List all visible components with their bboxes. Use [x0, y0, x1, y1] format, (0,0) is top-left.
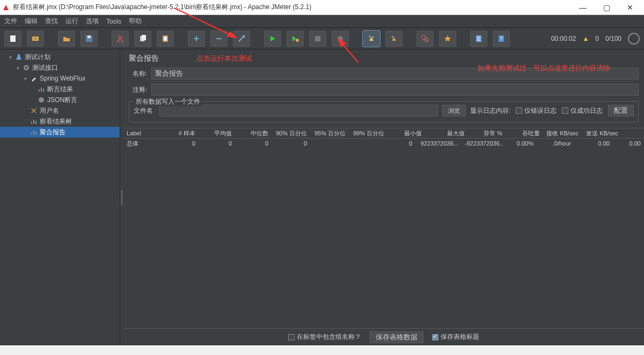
svg-rect-38: [31, 132, 32, 135]
menu-options[interactable]: 选项: [86, 17, 99, 26]
tree-user-vars[interactable]: 用户名: [0, 105, 120, 116]
warning-icon[interactable]: ▲: [582, 35, 589, 42]
svg-point-30: [25, 67, 27, 69]
thread-count: 0/100: [605, 35, 621, 42]
chart-icon: [30, 128, 38, 136]
search-button[interactable]: [416, 31, 434, 47]
function-helper-button[interactable]: [470, 31, 487, 47]
svg-point-2: [34, 38, 36, 40]
svg-rect-40: [35, 132, 36, 135]
footer-bar: 在标签中包含组名称？ 保存表格数据 保存表格标题: [123, 328, 644, 345]
tree-json-assertion[interactable]: JSON断言: [0, 95, 120, 105]
browse-button[interactable]: 浏览: [442, 105, 466, 117]
clear-button[interactable]: [363, 31, 380, 47]
os-statusbar: [0, 345, 644, 355]
svg-rect-36: [33, 120, 34, 124]
svg-rect-35: [31, 121, 32, 124]
svg-rect-31: [39, 89, 40, 92]
jmeter-icon: [2, 4, 10, 11]
table-header: Label # 样本 平均值 中位数 90% 百分位 95% 百分位 99% 百…: [123, 128, 644, 139]
svg-point-18: [372, 37, 374, 38]
start-no-pause-button[interactable]: [287, 31, 304, 47]
svg-rect-8: [142, 35, 146, 40]
window-title: 察看结果树.jmx (D:\Program Files\Java\apache-…: [13, 3, 571, 12]
file-group: 所有数据写入一个文件 文件名 浏览 显示日志内容: 仅错误日志 仅成功日志 配置: [129, 101, 639, 122]
expand-button[interactable]: [188, 31, 205, 47]
tree-thread-group[interactable]: ▾测试接口: [0, 62, 120, 73]
file-group-legend: 所有数据写入一个文件: [134, 97, 202, 106]
menu-edit[interactable]: 编辑: [25, 17, 38, 26]
svg-point-19: [392, 36, 393, 37]
menu-tools[interactable]: Tools: [106, 18, 121, 25]
annotation-clear: 如果先前测试过，可以点这里进行内容清除: [478, 63, 610, 73]
only-success-checkbox[interactable]: 仅成功日志: [562, 106, 603, 115]
tree-sampler[interactable]: ▾Spring WebFlux: [0, 73, 120, 84]
main-panel: 聚合报告 点击运行本次测试 如果先前测试过，可以点这里进行内容清除 名称: 注释…: [123, 49, 644, 345]
window-maximize-button[interactable]: ▢: [595, 1, 618, 15]
window-close-button[interactable]: ✕: [618, 1, 642, 15]
svg-rect-32: [41, 88, 42, 92]
tree-aggregate-report[interactable]: 聚合报告: [0, 127, 120, 137]
panel-title: 聚合报告: [129, 54, 159, 63]
elapsed-time: 00:00:02: [551, 35, 576, 42]
toolbar: ? 00:00:02 ▲ 0 0/100: [0, 28, 644, 49]
start-button[interactable]: [264, 31, 281, 47]
svg-point-14: [296, 39, 299, 42]
comment-label: 注释:: [129, 85, 147, 95]
svg-rect-33: [43, 89, 44, 92]
assert-icon: [38, 96, 45, 104]
shutdown-button[interactable]: [332, 31, 349, 47]
comment-input[interactable]: [151, 84, 639, 96]
log-opts-label: 显示日志内容:: [470, 106, 510, 115]
results-table[interactable]: Label # 样本 平均值 中位数 90% 百分位 95% 百分位 99% 百…: [123, 128, 644, 345]
flask-icon: [15, 53, 23, 61]
open-button[interactable]: [58, 31, 75, 47]
menubar: 文件 编辑 查找 运行 选项 Tools 帮助: [0, 15, 644, 28]
name-label: 名称:: [129, 69, 147, 78]
help-button[interactable]: ?: [493, 31, 510, 47]
toggle-button[interactable]: [233, 31, 250, 47]
tree-test-plan[interactable]: ▾测试计划: [0, 52, 120, 62]
menu-search[interactable]: 查找: [45, 17, 58, 26]
svg-rect-37: [35, 121, 36, 124]
cut-button[interactable]: [112, 31, 129, 47]
stop-button[interactable]: [309, 31, 326, 47]
svg-rect-15: [315, 36, 320, 41]
config-button[interactable]: 配置: [608, 105, 634, 117]
save-table-data-button[interactable]: 保存表格数据: [370, 331, 423, 343]
table-row[interactable]: 总体 0 0 0 0 0 9223372036... -9223372036..…: [123, 139, 644, 148]
svg-text:?: ?: [500, 36, 503, 42]
menu-help[interactable]: 帮助: [129, 17, 142, 26]
crossed-tools-icon: [30, 107, 38, 114]
titlebar: 察看结果树.jmx (D:\Program Files\Java\apache-…: [0, 0, 644, 15]
templates-button[interactable]: [27, 31, 44, 47]
test-plan-tree[interactable]: ▾测试计划 ▾测试接口 ▾Spring WebFlux 断言结果 JSON断言 …: [0, 49, 120, 345]
chart-icon: [38, 85, 45, 93]
window-minimize-button[interactable]: —: [571, 1, 595, 15]
menu-file[interactable]: 文件: [4, 17, 17, 26]
svg-point-34: [39, 97, 44, 103]
annotation-run: 点击运行本次测试: [196, 54, 252, 63]
include-group-checkbox[interactable]: 在标签中包含组名称？: [288, 332, 361, 342]
collapse-button[interactable]: [210, 31, 228, 47]
warning-count: 0: [595, 35, 599, 42]
svg-rect-0: [10, 35, 16, 42]
tree-view-results[interactable]: 察看结果树: [0, 116, 120, 127]
status-indicator-icon: [628, 33, 640, 45]
menu-run[interactable]: 运行: [65, 17, 78, 26]
filename-label: 文件名: [134, 106, 155, 115]
new-button[interactable]: [4, 31, 21, 47]
filename-input[interactable]: [159, 105, 438, 117]
reset-search-button[interactable]: [439, 31, 456, 47]
gear-icon: [23, 64, 30, 71]
save-header-checkbox[interactable]: 保存表格标题: [432, 332, 479, 342]
svg-point-16: [338, 36, 343, 41]
copy-button[interactable]: [134, 31, 151, 47]
tree-assertion-results[interactable]: 断言结果: [0, 84, 120, 95]
clear-all-button[interactable]: [385, 31, 402, 47]
paste-button[interactable]: [157, 31, 174, 47]
svg-point-17: [369, 36, 370, 37]
save-button[interactable]: [80, 31, 98, 47]
only-errors-checkbox[interactable]: 仅错误日志: [516, 106, 557, 115]
svg-rect-39: [33, 131, 34, 135]
